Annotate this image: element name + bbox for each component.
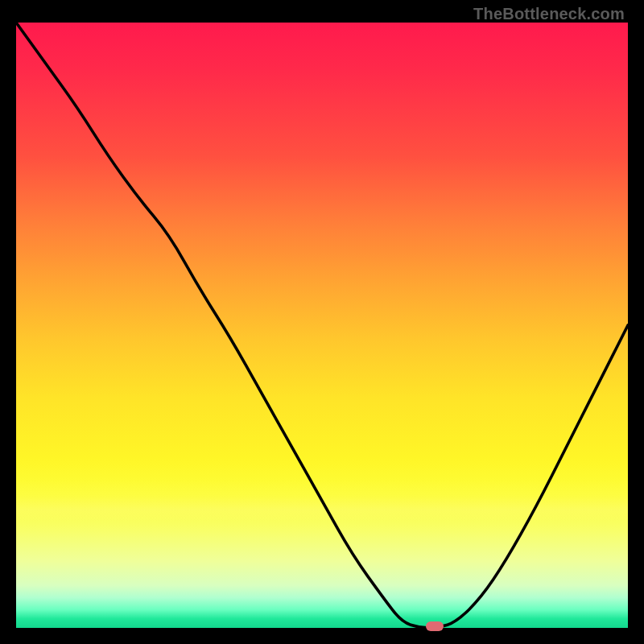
chart-container: TheBottleneck.com: [0, 0, 644, 644]
watermark-text: TheBottleneck.com: [473, 5, 625, 23]
optimal-point-marker: [426, 621, 444, 631]
plot-background-gradient: [16, 23, 628, 628]
